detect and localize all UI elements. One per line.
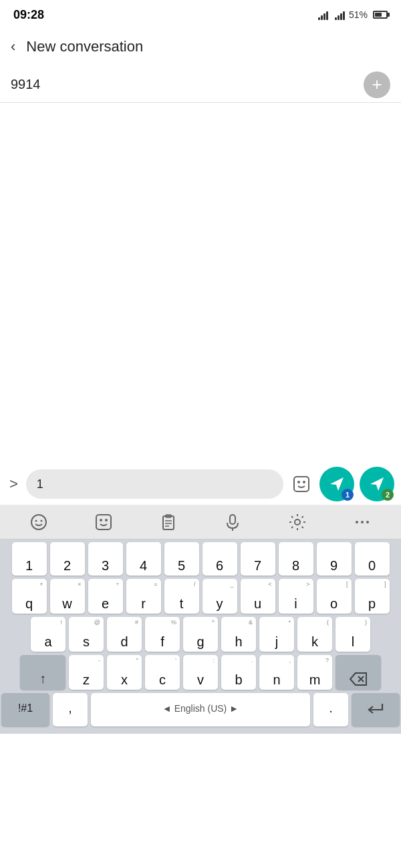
key-6[interactable]: 6 bbox=[203, 542, 237, 576]
clipboard-icon bbox=[160, 513, 177, 531]
key-g[interactable]: ^g bbox=[183, 617, 218, 652]
key-o[interactable]: [o bbox=[317, 579, 352, 614]
number-row: 1 2 3 4 5 6 7 8 9 0 bbox=[1, 542, 400, 576]
symbols-key[interactable]: !#1 bbox=[1, 693, 49, 726]
comma-label: , bbox=[68, 700, 72, 716]
svg-point-17 bbox=[356, 521, 358, 523]
message-input[interactable] bbox=[26, 469, 283, 499]
sticker-toolbar-button[interactable] bbox=[89, 507, 118, 537]
shift-icon: ↑ bbox=[39, 671, 46, 686]
row-asdf: !a @s #d %f ^g &h *j (k )l bbox=[1, 617, 400, 652]
signal-bars-1 bbox=[318, 9, 328, 20]
keyboard: 1 2 3 4 5 6 7 8 9 0 +q ×w ÷e =r /t _y <u… bbox=[0, 539, 401, 734]
send-button-2[interactable]: 2 bbox=[360, 467, 394, 501]
svg-point-1 bbox=[297, 481, 300, 483]
shift-key[interactable]: ↑ bbox=[20, 655, 65, 690]
more-toolbar-button[interactable] bbox=[348, 507, 377, 537]
key-k[interactable]: (k bbox=[297, 617, 332, 652]
mic-toolbar-button[interactable] bbox=[218, 507, 247, 537]
key-y[interactable]: _y bbox=[203, 579, 237, 614]
key-1[interactable]: 1 bbox=[12, 542, 47, 576]
key-z[interactable]: -z bbox=[69, 655, 104, 690]
send-icon-2 bbox=[369, 476, 385, 492]
send-button-1[interactable]: 1 bbox=[319, 467, 354, 501]
key-5[interactable]: 5 bbox=[164, 542, 199, 576]
language-label: ◄ English (US) ► bbox=[162, 703, 239, 714]
emoji-icon bbox=[30, 513, 47, 531]
mic-icon bbox=[224, 513, 241, 531]
key-a[interactable]: !a bbox=[31, 617, 65, 652]
status-icons: 51% bbox=[318, 9, 388, 20]
back-button[interactable]: ‹ bbox=[11, 38, 15, 55]
language-text: English (US) bbox=[174, 703, 227, 714]
svg-point-5 bbox=[41, 519, 43, 521]
key-v[interactable]: :v bbox=[183, 655, 218, 690]
key-4[interactable]: 4 bbox=[126, 542, 161, 576]
symbols-label: !#1 bbox=[18, 702, 33, 714]
svg-point-8 bbox=[105, 519, 108, 521]
key-l[interactable]: )l bbox=[336, 617, 370, 652]
period-key[interactable]: . bbox=[313, 693, 348, 726]
key-m[interactable]: ?m bbox=[297, 655, 332, 690]
key-0[interactable]: 0 bbox=[355, 542, 390, 576]
comma-key[interactable]: , bbox=[53, 693, 88, 726]
keyboard-toolbar bbox=[0, 505, 401, 539]
key-x[interactable]: "x bbox=[107, 655, 142, 690]
add-recipient-button[interactable]: + bbox=[364, 71, 390, 98]
key-9[interactable]: 9 bbox=[317, 542, 352, 576]
svg-point-19 bbox=[366, 521, 369, 523]
status-time: 09:28 bbox=[13, 8, 44, 22]
sticker-button[interactable] bbox=[289, 471, 314, 497]
key-e[interactable]: ÷e bbox=[88, 579, 123, 614]
recipient-input[interactable] bbox=[11, 77, 364, 92]
svg-rect-0 bbox=[294, 477, 309, 491]
message-area bbox=[0, 103, 401, 463]
key-b[interactable]: .b bbox=[221, 655, 256, 690]
header: ‹ New conversation bbox=[0, 27, 401, 67]
key-s[interactable]: @s bbox=[69, 617, 104, 652]
svg-point-4 bbox=[35, 519, 37, 521]
battery-icon bbox=[373, 11, 388, 19]
settings-toolbar-button[interactable] bbox=[283, 507, 312, 537]
key-n[interactable]: ,n bbox=[259, 655, 294, 690]
key-u[interactable]: <u bbox=[241, 579, 275, 614]
bottom-row: !#1 , ◄ English (US) ► . bbox=[1, 693, 400, 726]
send-badge-2: 2 bbox=[382, 489, 394, 501]
key-i[interactable]: >i bbox=[279, 579, 313, 614]
key-c[interactable]: 'c bbox=[145, 655, 180, 690]
key-d[interactable]: #d bbox=[107, 617, 142, 652]
svg-point-16 bbox=[295, 519, 300, 525]
svg-point-3 bbox=[31, 515, 46, 529]
space-key[interactable]: ◄ English (US) ► bbox=[91, 693, 310, 726]
key-3[interactable]: 3 bbox=[88, 542, 123, 576]
key-j[interactable]: *j bbox=[259, 617, 294, 652]
key-2[interactable]: 2 bbox=[50, 542, 85, 576]
backspace-key[interactable] bbox=[336, 655, 381, 690]
key-q[interactable]: +q bbox=[12, 579, 47, 614]
status-bar: 09:28 51% bbox=[0, 0, 401, 27]
svg-point-2 bbox=[303, 481, 305, 483]
key-p[interactable]: ]p bbox=[355, 579, 390, 614]
key-7[interactable]: 7 bbox=[241, 542, 275, 576]
emoji-toolbar-button[interactable] bbox=[24, 507, 53, 537]
sticker-icon bbox=[292, 475, 311, 493]
sticker-toolbar-icon bbox=[95, 513, 112, 531]
clipboard-toolbar-button[interactable] bbox=[154, 507, 183, 537]
key-w[interactable]: ×w bbox=[50, 579, 85, 614]
key-8[interactable]: 8 bbox=[279, 542, 313, 576]
key-f[interactable]: %f bbox=[145, 617, 180, 652]
compose-row: > 1 2 bbox=[0, 463, 401, 505]
svg-rect-6 bbox=[96, 515, 111, 529]
period-label: . bbox=[329, 700, 333, 716]
row-qwerty: +q ×w ÷e =r /t _y <u >i [o ]p bbox=[1, 579, 400, 614]
key-t[interactable]: /t bbox=[164, 579, 199, 614]
signal-bars-2 bbox=[335, 9, 345, 20]
settings-icon bbox=[289, 513, 306, 531]
enter-key[interactable] bbox=[352, 693, 400, 726]
plus-icon: + bbox=[372, 75, 382, 93]
svg-rect-14 bbox=[230, 515, 235, 524]
key-r[interactable]: =r bbox=[126, 579, 161, 614]
svg-rect-9 bbox=[163, 516, 174, 529]
expand-button[interactable]: > bbox=[7, 473, 21, 495]
key-h[interactable]: &h bbox=[221, 617, 256, 652]
